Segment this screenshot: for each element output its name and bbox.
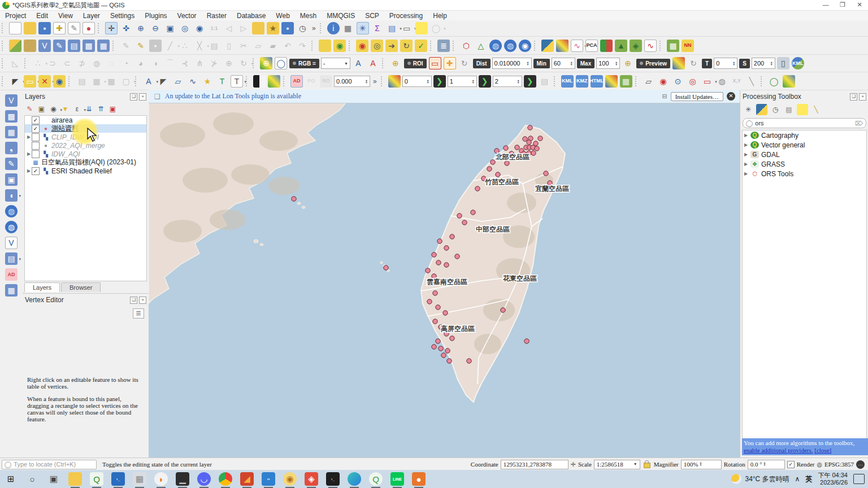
serval-grid[interactable] [388,75,401,88]
monitoring-station-point[interactable] [444,246,449,250]
pale-map[interactable]: ▦ [620,75,632,88]
toggle-editing[interactable]: ✎ [134,40,147,52]
processing-close-button[interactable]: × [859,93,866,101]
scp-zoom-roi[interactable]: ⊕ [389,57,402,69]
scp-preview-zoom[interactable]: ⊕ [622,57,634,69]
processing-group-cartography[interactable]: ▶QCartography [743,130,866,140]
weather-widget[interactable]: 34°C 多雲時晴 [731,474,789,484]
history[interactable]: ◷ [770,104,781,115]
toolbar-input[interactable]: 2▲▼ [493,76,522,87]
lock-scale-icon[interactable] [644,463,650,468]
pin-labels[interactable]: ◉ [356,40,368,52]
latlon-globe[interactable]: ◍ [716,75,728,88]
expand-arrow-icon[interactable]: ▶ [744,133,750,138]
processing-toolbox[interactable]: ✳ [357,22,369,34]
minimize-button[interactable]: — [817,0,834,10]
kml-export[interactable]: KML [561,75,574,88]
layer-checkbox[interactable] [32,150,40,158]
monitoring-station-point[interactable] [445,348,450,353]
add-polygon-annotation[interactable]: ▱ [172,75,184,88]
action-center-icon[interactable] [853,474,865,484]
menu-layer[interactable]: Layer [78,12,105,20]
monitoring-station-point[interactable] [427,299,432,304]
toolbar-input[interactable]: 0▲▼ [714,58,737,69]
monitoring-station-point[interactable] [475,186,480,191]
layers-float-button[interactable]: ❏ [130,93,137,101]
close-footer-link[interactable]: [close] [814,447,831,454]
map-edit-colorful[interactable] [783,75,795,88]
group-label[interactable]: ORS Tools [761,170,793,178]
deselect-features[interactable]: ✕▾ [38,75,51,88]
add-gpx-layer[interactable]: ✎ [53,40,66,52]
scp-bandset[interactable]: ⊕ [260,57,272,69]
identify-features[interactable]: i [327,22,340,34]
processing-group-ors-tools[interactable]: ▶⬡ORS Tools [743,169,866,178]
multi-zoom[interactable]: ◎ [687,75,699,88]
layers-close-button[interactable]: × [139,93,146,101]
monitoring-station-point[interactable] [491,160,495,164]
app-photos[interactable]: ▦ [133,472,146,486]
scale-combobox[interactable]: 1:2586518▼ [594,460,640,469]
latlon-settings[interactable]: ╲ [745,75,758,88]
toolbar-input[interactable]: 0.010000▲▼ [492,58,532,69]
html-export[interactable]: HTML [591,75,603,88]
monitoring-station-point[interactable] [487,167,492,171]
monitoring-station-point[interactable] [496,172,500,177]
cmd-window[interactable]: ▁ [176,472,189,486]
layer-checkbox[interactable]: ✓ [32,125,40,133]
monitoring-station-point[interactable] [450,336,454,341]
messages-icon[interactable]: … [856,460,865,469]
edge[interactable] [348,472,361,486]
toolbar-overflow-chevron[interactable]: » [373,77,377,85]
coordinate-input[interactable]: 12953231,2783878 [501,460,568,469]
monitoring-station-point[interactable] [457,213,462,218]
discord[interactable]: ◡ [197,472,211,486]
kmz-export[interactable]: KMZ [576,75,588,88]
file-explorer[interactable] [68,472,82,486]
profile-tool[interactable]: ∿▾ [571,40,583,52]
monitoring-station-point[interactable] [292,197,296,201]
latlon-rect-capture[interactable]: ▭▾ [701,75,714,88]
toolbar-input[interactable]: 1▲▼ [448,76,477,87]
close-button[interactable]: ✕ [851,0,868,10]
zoom-in[interactable]: ⊕ [134,22,147,34]
add-group[interactable]: ▣ [36,103,47,114]
temporal-controller[interactable]: ◷ [296,22,309,34]
monitoring-station-point[interactable] [432,252,436,257]
add-raster-layer[interactable]: ▩ [83,40,95,52]
menu-project[interactable]: Project [0,12,31,20]
monitoring-station-point[interactable] [436,305,440,310]
monitoring-station-point[interactable] [515,145,519,150]
monitoring-station-point[interactable] [432,345,436,349]
monitoring-station-point[interactable] [436,260,441,265]
zoom-full[interactable]: ▣ [164,22,176,34]
add-geopackage-layer[interactable] [24,40,36,52]
nnjoin-plugin[interactable]: NN [682,40,694,52]
add-vector-layer[interactable]: V [38,40,51,52]
matlab[interactable]: ◢ [240,472,254,486]
add-wms-layer[interactable]: ◍ [5,205,18,217]
scp-preview-grid[interactable] [672,57,685,69]
temporal-chart[interactable]: ∿ [644,40,657,52]
band-play-3[interactable]: ❯ [524,75,536,88]
latlon-copy[interactable]: ▱ [643,75,655,88]
pan-to-selection[interactable]: ✜ [120,22,132,34]
raster-calculator[interactable]: ▦ [667,40,679,52]
monitoring-station-point[interactable] [433,319,437,324]
monitoring-station-point[interactable] [433,291,437,295]
menu-plugins[interactable]: Plugins [140,12,172,20]
scp-stretch-red[interactable]: A [367,57,379,69]
monitoring-station-point[interactable] [535,146,539,151]
zoom-to-layer[interactable]: ◉ [193,22,206,34]
expand-all[interactable]: ⇊ [84,103,94,114]
toolbar-input[interactable]: 0.000▲▼ [334,76,370,87]
vscode[interactable]: ‹› [262,472,275,486]
new-spatial-bookmark[interactable] [252,22,264,34]
band-play-2[interactable]: ❯ [479,75,491,88]
layer-item-0[interactable]: ✓airarea [25,116,146,124]
new-print-layout[interactable]: ✚ [53,22,66,34]
input-language[interactable]: 英 [805,474,812,484]
add-star-annotation[interactable]: ★ [201,75,214,88]
toolbar-input[interactable]: 60▲▼ [552,58,575,69]
notification-dock-icon[interactable]: ⊟ [662,93,667,100]
